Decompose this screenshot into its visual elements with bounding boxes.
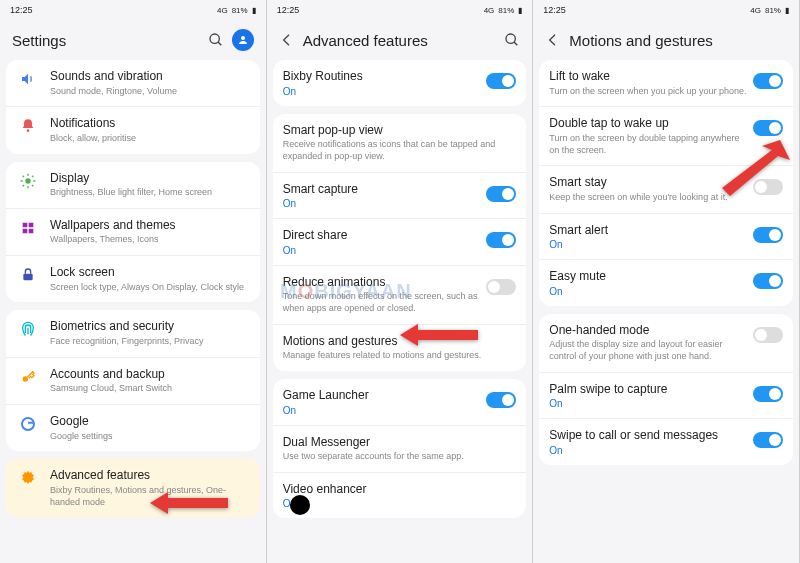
bell-icon xyxy=(16,118,40,134)
key-icon xyxy=(16,369,40,385)
finger-icon xyxy=(16,321,40,337)
row-title: Smart stay xyxy=(549,175,747,191)
toggle-switch[interactable] xyxy=(753,273,783,289)
settings-row[interactable]: Accounts and backupSamsung Cloud, Smart … xyxy=(6,357,260,404)
settings-row[interactable]: Direct shareOn xyxy=(273,218,527,265)
back-icon[interactable] xyxy=(279,32,295,48)
settings-row[interactable]: Smart captureOn xyxy=(273,172,527,219)
row-subtitle: Bixby Routines, Motions and gestures, On… xyxy=(50,485,250,508)
settings-row[interactable]: Lock screenScreen lock type, Always On D… xyxy=(6,255,260,302)
row-subtitle: Turn on the screen when you pick up your… xyxy=(549,86,747,98)
motions-list[interactable]: Lift to wakeTurn on the screen when you … xyxy=(533,60,799,563)
profile-avatar[interactable] xyxy=(232,29,254,51)
svg-point-3 xyxy=(27,130,30,133)
row-title: Google xyxy=(50,414,250,430)
settings-row[interactable]: Double tap to wake upTurn on the screen … xyxy=(539,106,793,165)
svg-line-12 xyxy=(32,175,33,176)
settings-card: One-handed modeAdjust the display size a… xyxy=(539,314,793,465)
toggle-switch[interactable] xyxy=(753,327,783,343)
row-subtitle: Adjust the display size and layout for e… xyxy=(549,339,747,362)
settings-row[interactable]: GoogleGoogle settings xyxy=(6,404,260,451)
settings-row[interactable]: Sounds and vibrationSound mode, Ringtone… xyxy=(6,60,260,106)
motions-header: Motions and gestures xyxy=(533,20,799,60)
settings-card: Lift to wakeTurn on the screen when you … xyxy=(539,60,793,306)
row-title: Reduce animations xyxy=(283,275,481,291)
motions-gestures-panel: 12:25 4G81%▮ Motions and gestures Lift t… xyxy=(533,0,800,563)
page-title: Motions and gestures xyxy=(569,32,787,49)
settings-row[interactable]: Swipe to call or send messagesOn xyxy=(539,418,793,465)
svg-line-1 xyxy=(218,42,221,45)
toggle-switch[interactable] xyxy=(753,179,783,195)
row-status: On xyxy=(283,405,481,416)
toggle-switch[interactable] xyxy=(753,120,783,136)
search-icon[interactable] xyxy=(208,32,224,48)
settings-card: Biometrics and securityFace recognition,… xyxy=(6,310,260,451)
settings-card: Game LauncherOnDual MessengerUse two sep… xyxy=(273,379,527,518)
row-title: Swipe to call or send messages xyxy=(549,428,747,444)
settings-card: Smart pop-up viewReceive notifications a… xyxy=(273,114,527,371)
settings-row[interactable]: Motions and gesturesManage features rela… xyxy=(273,324,527,371)
settings-row[interactable]: NotificationsBlock, allow, prioritise xyxy=(6,106,260,153)
toggle-switch[interactable] xyxy=(486,186,516,202)
settings-row[interactable]: Palm swipe to captureOn xyxy=(539,372,793,419)
settings-row[interactable]: Video enhancerOn xyxy=(273,472,527,519)
settings-row[interactable]: Biometrics and securityFace recognition,… xyxy=(6,310,260,356)
settings-row[interactable]: Wallpapers and themesWallpapers, Themes,… xyxy=(6,208,260,255)
row-status: On xyxy=(283,198,481,209)
settings-card: DisplayBrightness, Blue light filter, Ho… xyxy=(6,162,260,303)
toggle-switch[interactable] xyxy=(486,279,516,295)
svg-line-18 xyxy=(514,42,517,45)
row-title: Smart pop-up view xyxy=(283,123,517,139)
settings-row[interactable]: Bixby RoutinesOn xyxy=(273,60,527,106)
search-icon[interactable] xyxy=(504,32,520,48)
row-subtitle: Manage features related to motions and g… xyxy=(283,350,517,362)
settings-list[interactable]: Sounds and vibrationSound mode, Ringtone… xyxy=(0,60,266,563)
toggle-switch[interactable] xyxy=(753,432,783,448)
row-title: One-handed mode xyxy=(549,323,747,339)
row-status: On xyxy=(283,498,517,509)
toggle-switch[interactable] xyxy=(486,73,516,89)
row-subtitle: Sound mode, Ringtone, Volume xyxy=(50,86,250,98)
svg-point-15 xyxy=(22,418,34,430)
svg-line-11 xyxy=(23,185,24,186)
advanced-features-panel: 12:25 4G81%▮ Advanced features Bixby Rou… xyxy=(267,0,534,563)
row-title: Direct share xyxy=(283,228,481,244)
settings-row[interactable]: Smart stayKeep the screen on while you'r… xyxy=(539,165,793,212)
row-title: Display xyxy=(50,171,250,187)
palette-icon xyxy=(16,220,40,236)
settings-card: Advanced featuresBixby Routines, Motions… xyxy=(6,459,260,517)
settings-row[interactable]: Easy muteOn xyxy=(539,259,793,306)
lock-icon xyxy=(16,267,40,283)
toggle-switch[interactable] xyxy=(486,232,516,248)
settings-row[interactable]: Game LauncherOn xyxy=(273,379,527,425)
speaker-icon xyxy=(16,71,40,87)
settings-row[interactable]: One-handed modeAdjust the display size a… xyxy=(539,314,793,372)
row-title: Smart capture xyxy=(283,182,481,198)
settings-row[interactable]: Smart pop-up viewReceive notifications a… xyxy=(273,114,527,172)
settings-row[interactable]: Dual MessengerUse two separate accounts … xyxy=(273,425,527,472)
row-subtitle: Receive notifications as icons that can … xyxy=(283,139,517,162)
settings-row[interactable]: Lift to wakeTurn on the screen when you … xyxy=(539,60,793,106)
row-status: On xyxy=(283,86,481,97)
back-icon[interactable] xyxy=(545,32,561,48)
settings-row[interactable]: Advanced featuresBixby Routines, Motions… xyxy=(6,459,260,517)
advanced-list[interactable]: Bixby RoutinesOnSmart pop-up viewReceive… xyxy=(267,60,533,563)
settings-header: Settings xyxy=(0,20,266,60)
assistant-fab[interactable] xyxy=(290,495,310,515)
svg-line-9 xyxy=(23,175,24,176)
row-subtitle: Samsung Cloud, Smart Switch xyxy=(50,383,250,395)
advanced-header: Advanced features xyxy=(267,20,533,60)
settings-row[interactable]: DisplayBrightness, Blue light filter, Ho… xyxy=(6,162,260,208)
settings-card: Sounds and vibrationSound mode, Ringtone… xyxy=(6,60,260,154)
toggle-switch[interactable] xyxy=(486,392,516,408)
row-title: Lift to wake xyxy=(549,69,747,85)
toggle-switch[interactable] xyxy=(753,73,783,89)
row-subtitle: Use two separate accounts for the same a… xyxy=(283,451,517,463)
toggle-switch[interactable] xyxy=(753,386,783,402)
row-subtitle: Brightness, Blue light filter, Home scre… xyxy=(50,187,250,199)
settings-row[interactable]: Reduce animationsTone down motion effect… xyxy=(273,265,527,324)
row-title: Palm swipe to capture xyxy=(549,382,747,398)
settings-row[interactable]: Smart alertOn xyxy=(539,213,793,260)
page-title: Settings xyxy=(12,32,200,49)
toggle-switch[interactable] xyxy=(753,227,783,243)
